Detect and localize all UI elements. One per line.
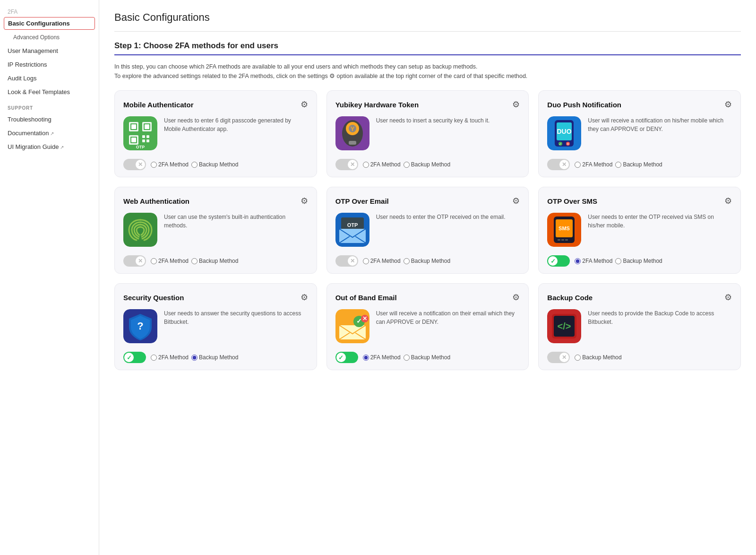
sidebar-item-look-feel[interactable]: Look & Feel Templates — [0, 85, 99, 99]
radio-2fa-label-yubikey[interactable]: 2FA Method — [363, 161, 401, 168]
toggle-duo-push[interactable]: ✕ — [547, 159, 570, 170]
toggle-knob-mobile-authenticator: ✕ — [136, 160, 145, 169]
radio-2fa-web-auth[interactable] — [151, 258, 157, 264]
card-footer-yubikey: ✕ 2FA Method Backup Method — [335, 159, 520, 170]
card-out-of-band-email: Out of Band Email ⚙ ✓ ✕ User will receiv… — [326, 283, 529, 370]
radio-backup-label-yubikey[interactable]: Backup Method — [404, 161, 450, 168]
sidebar-item-documentation[interactable]: Documentation↗ — [0, 126, 99, 140]
svg-rect-10 — [146, 135, 149, 138]
toggle-otp-email[interactable]: ✕ — [335, 255, 358, 267]
toggle-x-icon: ✕ — [562, 354, 567, 361]
card-body-mobile-authenticator: OTP User needs to enter 6 digit passcode… — [123, 116, 308, 150]
sidebar-item-user-management[interactable]: User Management — [0, 44, 99, 58]
svg-text:?: ? — [137, 320, 143, 332]
gear-icon-yubikey[interactable]: ⚙ — [512, 99, 520, 110]
card-title-web-auth: Web Authentication — [123, 197, 189, 205]
card-title-yubikey: Yubikey Hardware Token — [335, 101, 419, 109]
toggle-x-icon: ✕ — [562, 161, 567, 168]
radio-2fa-label-security-question[interactable]: 2FA Method — [151, 354, 189, 361]
sidebar-item-basic-configurations[interactable]: Basic Configurations — [4, 17, 95, 30]
sidebar-item-ip-restrictions[interactable]: IP Restrictions — [0, 58, 99, 71]
radio-backup-out-of-band-email[interactable] — [404, 355, 410, 361]
sidebar-item-audit-logs[interactable]: Audit Logs — [0, 71, 99, 85]
radio-backup-label-otp-sms[interactable]: Backup Method — [615, 258, 662, 264]
card-icon-otp-email: OTP — [335, 213, 369, 247]
radio-backup-label-web-auth[interactable]: Backup Method — [191, 258, 238, 264]
radio-backup-otp-email[interactable] — [404, 258, 410, 264]
radio-backup-otp-sms[interactable] — [615, 258, 621, 264]
svg-rect-36 — [565, 239, 568, 241]
card-header-otp-sms: OTP Over SMS ⚙ — [547, 196, 732, 206]
radio-backup-backup-code[interactable] — [575, 355, 581, 361]
radio-2fa-out-of-band-email[interactable] — [363, 355, 369, 361]
card-footer-backup-code: ✕ Backup Method — [547, 352, 732, 363]
radio-2fa-otp-sms[interactable] — [575, 258, 581, 264]
gear-icon-otp-sms[interactable]: ⚙ — [724, 196, 732, 206]
toggle-out-of-band-email[interactable]: ✓ — [335, 352, 358, 363]
radio-backup-text: Backup Method — [411, 161, 450, 168]
toggle-knob-security-question: ✓ — [124, 353, 134, 362]
card-desc-mobile-authenticator: User needs to enter 6 digit passcode gen… — [164, 116, 308, 133]
page-title: Basic Configurations — [114, 11, 741, 24]
toggle-web-auth[interactable]: ✕ — [123, 255, 146, 267]
card-backup-code: Backup Code ⚙ </> User needs to provide … — [538, 283, 741, 370]
radio-2fa-security-question[interactable] — [151, 355, 157, 361]
gear-icon-duo-push[interactable]: ⚙ — [724, 99, 732, 110]
radio-backup-web-auth[interactable] — [191, 258, 198, 264]
gear-icon-mobile-authenticator[interactable]: ⚙ — [301, 99, 308, 110]
toggle-otp-sms[interactable]: ✓ — [547, 255, 570, 267]
radio-2fa-mobile-authenticator[interactable] — [151, 162, 157, 168]
radio-backup-security-question[interactable] — [191, 355, 198, 361]
sidebar-item-troubleshooting[interactable]: Troubleshooting — [0, 113, 99, 126]
radio-2fa-text: 2FA Method — [370, 354, 401, 361]
step-desc-line2: To explore the advanced settings related… — [114, 71, 741, 81]
toggle-mobile-authenticator[interactable]: ✕ — [123, 159, 146, 170]
radio-backup-duo-push[interactable] — [615, 162, 621, 168]
card-header-duo-push: Duo Push Notification ⚙ — [547, 99, 732, 110]
sidebar-item-ui-migration[interactable]: UI Migration Guide↗ — [0, 140, 99, 154]
sidebar-item-advanced-options[interactable]: Advanced Options — [0, 31, 99, 44]
radio-2fa-label-mobile-authenticator[interactable]: 2FA Method — [151, 161, 189, 168]
toggle-knob-backup-code: ✕ — [559, 353, 569, 362]
radio-backup-label-security-question[interactable]: Backup Method — [191, 354, 238, 361]
radio-backup-label-otp-email[interactable]: Backup Method — [404, 258, 450, 264]
radio-backup-label-backup-code[interactable]: Backup Method — [575, 354, 621, 361]
card-otp-email: OTP Over Email ⚙ OTP User needs to enter… — [326, 187, 529, 274]
sidebar: 2FA Basic ConfigurationsAdvanced Options… — [0, 0, 99, 555]
svg-rect-18 — [349, 141, 356, 145]
card-desc-backup-code: User needs to provide the Backup Code to… — [588, 309, 732, 326]
radio-2fa-duo-push[interactable] — [575, 162, 581, 168]
gear-icon-otp-email[interactable]: ⚙ — [512, 196, 520, 206]
radio-backup-label-mobile-authenticator[interactable]: Backup Method — [191, 161, 238, 168]
gear-icon-web-auth[interactable]: ⚙ — [301, 196, 308, 206]
radio-backup-yubikey[interactable] — [404, 162, 410, 168]
radio-backup-label-duo-push[interactable]: Backup Method — [615, 161, 662, 168]
radio-2fa-otp-email[interactable] — [363, 258, 369, 264]
card-desc-yubikey: User needs to insert a security key & to… — [376, 116, 520, 125]
radio-backup-label-out-of-band-email[interactable]: Backup Method — [404, 354, 450, 361]
toggle-knob-otp-sms: ✓ — [548, 256, 558, 266]
toggle-check-icon: ✓ — [550, 258, 556, 265]
radio-2fa-text: 2FA Method — [158, 354, 189, 361]
card-duo-push: Duo Push Notification ⚙ DUO ✓ ✕ User wil… — [538, 90, 741, 177]
toggle-x-icon: ✕ — [350, 258, 355, 264]
toggle-x-icon: ✕ — [138, 161, 143, 168]
svg-rect-9 — [142, 135, 145, 138]
gear-icon-out-of-band-email[interactable]: ⚙ — [512, 292, 520, 303]
toggle-security-question[interactable]: ✓ — [123, 352, 146, 363]
radio-2fa-label-duo-push[interactable]: 2FA Method — [575, 161, 612, 168]
radio-2fa-label-web-auth[interactable]: 2FA Method — [151, 258, 189, 264]
toggle-backup-code[interactable]: ✕ — [547, 352, 570, 363]
radio-2fa-label-otp-email[interactable]: 2FA Method — [363, 258, 401, 264]
gear-icon-security-question[interactable]: ⚙ — [301, 292, 308, 303]
step-title: Step 1: Choose 2FA methods for end users — [114, 41, 741, 51]
radio-2fa-label-out-of-band-email[interactable]: 2FA Method — [363, 354, 401, 361]
radio-2fa-yubikey[interactable] — [363, 162, 369, 168]
radio-backup-mobile-authenticator[interactable] — [191, 162, 198, 168]
radio-backup-text: Backup Method — [199, 354, 238, 361]
toggle-check-icon: ✓ — [127, 354, 132, 361]
radio-2fa-label-otp-sms[interactable]: 2FA Method — [575, 258, 612, 264]
toggle-yubikey[interactable]: ✕ — [335, 159, 358, 170]
card-body-web-auth: User can use the system's built-in authe… — [123, 213, 308, 247]
gear-icon-backup-code[interactable]: ⚙ — [724, 292, 732, 303]
